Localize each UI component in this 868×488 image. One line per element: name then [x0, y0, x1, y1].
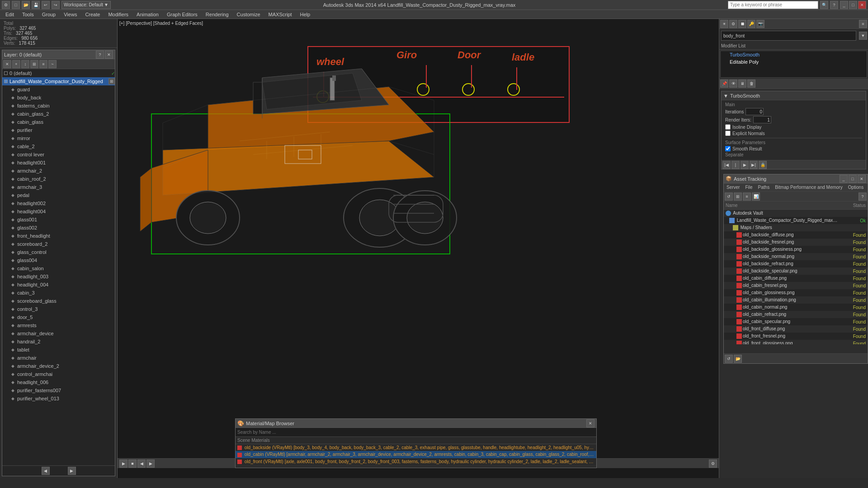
list-item[interactable]: ◆ control_3: [2, 305, 115, 313]
list-item[interactable]: ◆ cabin_salon: [2, 264, 115, 272]
help-btn[interactable]: ?: [830, 1, 838, 9]
layer-btn4[interactable]: ⊞: [30, 60, 38, 68]
save-btn[interactable]: 💾: [32, 1, 40, 9]
ts-btn5[interactable]: 🔒: [759, 161, 767, 169]
app-icon[interactable]: ⚙: [2, 1, 10, 9]
mat-row[interactable]: old_backside (VRayMtl) [body_3, body_4, …: [236, 444, 596, 451]
list-item[interactable]: ◆ armchair_3: [2, 183, 115, 191]
list-item[interactable]: ◆ handrail_2: [2, 338, 115, 346]
scroll-right-btn[interactable]: ▶: [68, 467, 76, 475]
menu-graph-editors[interactable]: Graph Editors: [163, 11, 201, 18]
modifier-editable-poly[interactable]: Editable Poly: [721, 58, 867, 66]
rt-btn4[interactable]: 🔑: [747, 20, 755, 28]
list-item[interactable]: ◆ cable_2: [2, 142, 115, 150]
redo-btn[interactable]: ↪: [52, 1, 60, 9]
at-row[interactable]: old_backside_glossiness.png Found: [724, 246, 868, 253]
list-item[interactable]: ◆ headlight002: [2, 199, 115, 207]
menu-tools[interactable]: Tools: [19, 11, 38, 18]
list-item[interactable]: ◆ armchair_2: [2, 167, 115, 175]
at-bottom-btn1[interactable]: ↺: [725, 355, 733, 363]
menu-group[interactable]: Group: [38, 11, 60, 18]
menu-help[interactable]: Help: [297, 11, 314, 18]
at-refresh-btn[interactable]: ↺: [725, 192, 733, 201]
at-row[interactable]: old_backside_fresnel.png Found: [724, 239, 868, 246]
layer-close-btn[interactable]: ✕: [105, 51, 113, 59]
iterations-input[interactable]: [745, 108, 764, 115]
at-row[interactable]: old_front_glossiness.png Found: [724, 340, 868, 344]
viewport-settings-btn[interactable]: ⚙: [709, 460, 717, 468]
at-view-btn[interactable]: ≡: [743, 192, 751, 201]
workspace-dropdown[interactable]: Workspace: Default▼: [61, 1, 111, 9]
layer-delete-btn[interactable]: ✕: [3, 60, 11, 68]
at-bottom-btn2[interactable]: 📂: [734, 355, 742, 363]
at-row[interactable]: Maps / Shaders: [724, 224, 868, 231]
at-expand-btn[interactable]: ⊞: [734, 192, 742, 201]
isoline-checkbox[interactable]: [725, 124, 731, 130]
play-btn[interactable]: ▶: [119, 460, 127, 468]
layer-expand-btn[interactable]: ⊞: [108, 78, 115, 84]
list-item[interactable]: ◆ guard: [2, 85, 115, 94]
undo-btn[interactable]: ↩: [42, 1, 50, 9]
rt-btn3[interactable]: 🔲: [738, 20, 746, 28]
mod-render-btn[interactable]: 🖥: [738, 80, 746, 88]
list-item[interactable]: ◆ glass002: [2, 224, 115, 232]
at-row[interactable]: old_front_diffuse.png Found: [724, 325, 868, 333]
rt-btn2[interactable]: ⚙: [729, 20, 737, 28]
menu-edit[interactable]: Edit: [2, 11, 18, 18]
at-row[interactable]: old_cabin_fresnel.png Found: [724, 282, 868, 289]
at-row[interactable]: old_backside_normal.png Found: [724, 253, 868, 260]
modifier-name-field[interactable]: body_front: [721, 31, 856, 41]
list-item[interactable]: ◆ headlight004: [2, 207, 115, 216]
modifier-turbosmooth[interactable]: TurboSmooth: [721, 51, 867, 58]
ts-btn1[interactable]: |◀: [722, 161, 731, 169]
ts-btn2[interactable]: |: [731, 161, 740, 169]
menu-create[interactable]: Create: [81, 11, 104, 18]
smooth-result-checkbox[interactable]: [725, 146, 731, 151]
mod-delete-btn[interactable]: 🗑: [747, 80, 755, 88]
close-btn[interactable]: ✕: [858, 1, 866, 9]
layer-btn3[interactable]: ↕: [21, 60, 29, 68]
rt-btn5[interactable]: 📷: [756, 20, 764, 28]
at-menu-paths[interactable]: Paths: [755, 183, 773, 192]
list-item[interactable]: Landfill_Waste_Compactor_Dusty_Rigged ⊞: [2, 77, 115, 85]
modifier-dropdown-btn[interactable]: ▼: [859, 32, 867, 40]
list-item[interactable]: ◆ body_back: [2, 94, 115, 102]
at-row[interactable]: old_cabin_illumination.png Found: [724, 296, 868, 304]
mat-search-input[interactable]: [236, 428, 596, 437]
menu-animation[interactable]: Animation: [133, 11, 162, 18]
mat-row[interactable]: old_cabin (VRayMtl) [armchair, armchair_…: [236, 451, 596, 458]
at-menu-file[interactable]: File: [742, 183, 755, 192]
list-item[interactable]: ◆ pedal: [2, 191, 115, 199]
list-item[interactable]: ◆ cabin_roof_2: [2, 175, 115, 183]
list-item[interactable]: ◆ scoreboard_2: [2, 240, 115, 248]
at-menu-server[interactable]: Server: [724, 183, 742, 192]
layer-btn5[interactable]: ≡: [39, 60, 47, 68]
open-btn[interactable]: 📂: [22, 1, 30, 9]
mat-row[interactable]: old_front (VRayMtl) [axle, axle001, body…: [236, 458, 596, 465]
at-minimize-btn[interactable]: _: [840, 175, 848, 183]
list-item[interactable]: ◆ cabin_3: [2, 289, 115, 297]
new-btn[interactable]: □: [12, 1, 20, 9]
at-row[interactable]: old_cabin_diffuse.png Found: [724, 275, 868, 282]
at-table-btn[interactable]: 📊: [752, 192, 760, 201]
layer-help-btn[interactable]: ?: [96, 51, 104, 59]
at-row[interactable]: old_cabin_glossiness.png Found: [724, 289, 868, 296]
at-maximize-btn[interactable]: □: [849, 175, 857, 183]
at-row[interactable]: old_backside_specular.png Found: [724, 267, 868, 275]
stop-btn[interactable]: ■: [128, 460, 137, 468]
rt-settings-btn[interactable]: ≡: [859, 20, 867, 28]
list-item[interactable]: ◆ scoreboard_glass: [2, 297, 115, 305]
ts-btn4[interactable]: ▶|: [750, 161, 758, 169]
list-item[interactable]: ◆ cabin_glass: [2, 118, 115, 126]
at-row[interactable]: old_cabin_normal.png Found: [724, 304, 868, 311]
list-item[interactable]: ◆ armrests: [2, 321, 115, 329]
search-btn[interactable]: 🔍: [820, 1, 828, 9]
at-row[interactable]: old_cabin_specular.png Found: [724, 318, 868, 325]
viewport[interactable]: [+] [Perspective] [Shaded + Edged Faces]…: [118, 19, 719, 468]
list-item[interactable]: ◆ door_5: [2, 313, 115, 321]
menu-customize[interactable]: Customize: [233, 11, 264, 18]
frame-back-btn[interactable]: ◀: [137, 460, 146, 468]
list-item[interactable]: ◆ headlight_003: [2, 272, 115, 281]
search-input[interactable]: [728, 1, 818, 9]
list-item[interactable]: ◆ tablet: [2, 346, 115, 354]
